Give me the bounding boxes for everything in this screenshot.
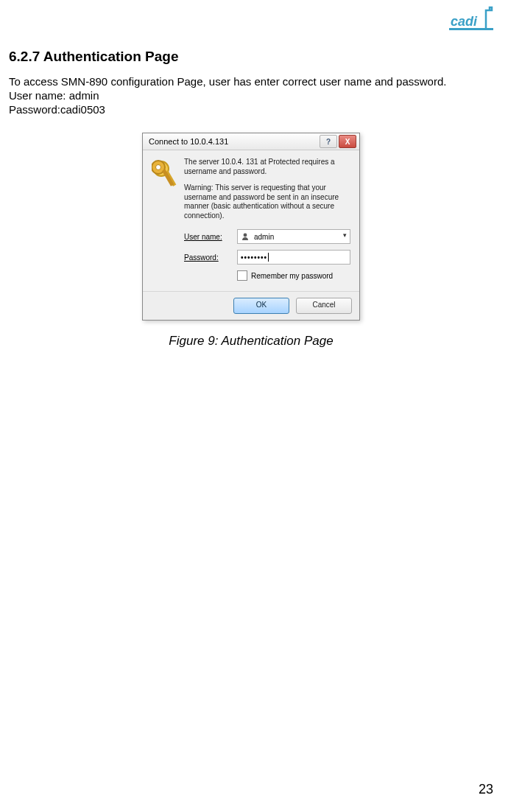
remember-checkbox[interactable] (237, 270, 247, 281)
person-icon (241, 232, 250, 241)
dialog-title-text: Connect to 10.0.4.131 (149, 137, 228, 146)
password-label: Password: (184, 253, 237, 262)
ok-button[interactable]: OK (233, 298, 289, 314)
svg-text:cadi: cadi (451, 14, 478, 29)
credential-password: Password:cadi0503 (9, 103, 493, 117)
credential-username: User name: admin (9, 89, 493, 103)
username-input[interactable]: admin (237, 229, 350, 244)
username-value: admin (254, 233, 274, 241)
dialog-titlebar: Connect to 10.0.4.131 ? X (143, 133, 359, 150)
text-cursor (268, 253, 269, 262)
cancel-button[interactable]: Cancel (296, 298, 352, 314)
page-number: 23 (479, 782, 493, 797)
remember-label: Remember my password (251, 272, 333, 280)
username-label: User name: (184, 233, 237, 241)
password-input[interactable]: •••••••• (237, 250, 350, 265)
dialog-footer: OK Cancel (143, 291, 359, 320)
brand-logo: cadi (449, 6, 493, 32)
auth-dialog: Connect to 10.0.4.131 ? X (142, 133, 360, 321)
help-button[interactable]: ? (320, 135, 337, 148)
intro-text: To access SMN-890 configuration Page, us… (9, 75, 493, 89)
section-heading: 6.2.7 Authentication Page (9, 49, 493, 65)
close-button[interactable]: X (339, 135, 356, 148)
figure-caption: Figure 9: Authentication Page (9, 334, 493, 349)
warning-message: Warning: This server is requesting that … (184, 183, 350, 220)
svg-point-8 (244, 234, 247, 237)
key-icon (152, 158, 184, 229)
password-value: •••••••• (241, 253, 267, 262)
svg-point-6 (156, 165, 161, 170)
server-message: The server 10.0.4. 131 at Protected requ… (184, 158, 350, 176)
